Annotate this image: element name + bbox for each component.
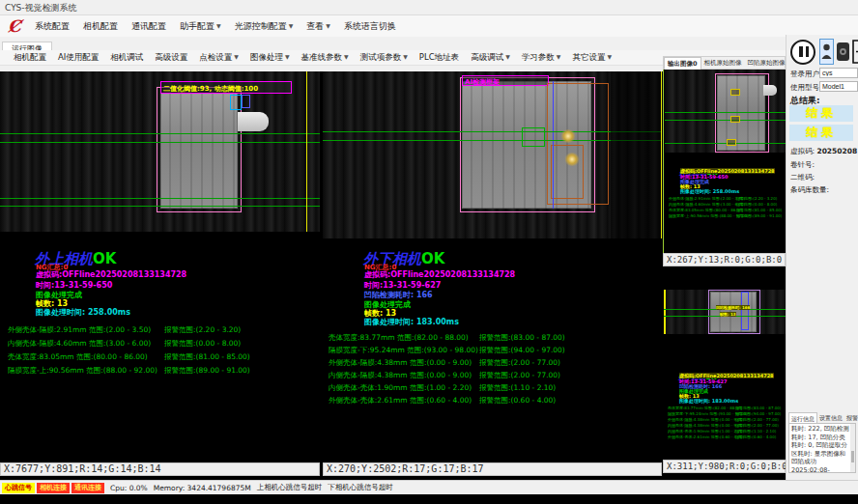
run-log[interactable]: 耗时: 222, 凹陷检测耗时: 17, 凹陷分类耗时: 0, 凹陷提取分区耗时… bbox=[788, 423, 856, 473]
mini-measurement: 壳体宽度:83.77mm 范围:(82.00 - 88.00) bbox=[668, 406, 742, 410]
result-box-upper: 结果 bbox=[789, 105, 853, 122]
mini-alarm: 报警范围:(83.00 - 87.00) bbox=[735, 406, 781, 410]
mini-alarm: 报警范围:(2.20 - 3.20) bbox=[736, 196, 777, 201]
measure-marker bbox=[727, 139, 736, 146]
defect-highlight bbox=[560, 129, 576, 143]
login-user-field[interactable] bbox=[819, 68, 858, 78]
yellow-guide-line bbox=[306, 71, 307, 232]
status-bar: 心跳信号 相机连接 通讯连接 Cpu: 0.0% Memory: 3424.41… bbox=[0, 480, 858, 494]
measurement-row: 外侧壳体-隔膜:4.38mm 范围:(0.00 - 9.00) bbox=[329, 358, 472, 368]
menu-language-switch[interactable]: 系统语言切换 bbox=[337, 15, 403, 37]
status-ok: OK bbox=[421, 250, 444, 267]
mini-proc-time: 图像处理时间: 258.00ms bbox=[680, 188, 739, 194]
defect-highlight bbox=[564, 153, 580, 166]
log-scroll-thumb[interactable] bbox=[851, 451, 854, 462]
control-panel: 登录用户: 使用型号: 总结果: 结果 结果 虚拟码: 20250208 卷针号… bbox=[786, 35, 858, 480]
tab-settings-info[interactable]: 设置信息 bbox=[817, 412, 844, 423]
alarm-range: 报警范围:(2.20 - 3.20) bbox=[164, 325, 241, 335]
tool-baseline-params[interactable]: 基准线参数▼ bbox=[296, 52, 355, 64]
tool-other-settings[interactable]: 其它设置▼ bbox=[566, 52, 617, 64]
process-time-line: 图像处理时间: 258.00ms bbox=[36, 307, 130, 318]
tab-output-image[interactable]: 输出图像0 bbox=[664, 57, 701, 70]
yellow-guide-line bbox=[664, 290, 666, 334]
roi-box-overlay bbox=[522, 127, 545, 147]
result-box-lower: 结果 bbox=[789, 125, 853, 141]
tool-test-params[interactable]: 测试项参数▼ bbox=[355, 52, 414, 64]
alarm-range: 报警范围:(0.60 - 4.00) bbox=[479, 396, 556, 406]
mini-bottom-coords-bar: X:311;Y:980;R:0;G:0;B:0 bbox=[663, 460, 786, 473]
middle-coords-bar: X:270;Y:2502;R:17;G:17;B:17 bbox=[323, 462, 662, 476]
log-scrollbar[interactable] bbox=[850, 424, 855, 472]
left-camera-panel: 二值化阈值:93, 动态阈值:100 外上相机OK NG汇总:0 虚拟码:OFF… bbox=[0, 71, 320, 462]
measurement-row: 壳体宽度:83.05mm 范围:(80.00 - 86.00) bbox=[8, 352, 148, 362]
tool-spotcheck-settings[interactable]: 点检设置▼ bbox=[193, 52, 244, 64]
mini-measurement: 外侧壳体-壳体:2.61mm 范围:(0.60 - 4.00) bbox=[668, 434, 744, 439]
baseline-overlay bbox=[0, 206, 320, 207]
tab-camera-raw-image[interactable]: 相机原始图像 bbox=[701, 57, 745, 69]
tool-learning-params[interactable]: 学习参数▼ bbox=[516, 52, 567, 64]
camera-icon bbox=[837, 42, 849, 61]
menu-system-config[interactable]: 系统配置 bbox=[28, 15, 76, 37]
measure-marker bbox=[730, 89, 740, 96]
measurement-row: 外侧壳体-隔膜:2.91mm 范围:(2.00 - 3.50) bbox=[8, 325, 151, 335]
model-label: 使用型号: bbox=[790, 83, 822, 93]
mini-bottom-image: 凹陷检测耗时: 166 帧数: 13 bbox=[664, 290, 786, 334]
chevron-down-icon: ▼ bbox=[289, 22, 294, 29]
comm-link-badge: 通讯连接 bbox=[72, 483, 104, 493]
chevron-down-icon: ▼ bbox=[344, 53, 349, 60]
left-coords-bar: X:7677;Y:891;R:14;G:14;B:14 bbox=[0, 462, 320, 476]
tool-plc-address[interactable]: PLC地址表 bbox=[414, 52, 465, 64]
tool-camera-debug[interactable]: 相机调试 bbox=[104, 52, 149, 64]
mini-overlay-text: 帧数: 13 bbox=[720, 312, 736, 317]
measurement-row: 内侧壳体-隔膜:4.60mm 范围:(3.00 - 6.00) bbox=[8, 339, 151, 349]
detection-box-overlay bbox=[715, 73, 769, 153]
tab-defect-raw-image[interactable]: 凹陷原始图像 bbox=[745, 57, 788, 69]
model-field[interactable] bbox=[819, 81, 858, 92]
left-camera-image[interactable]: 二值化阈值:93, 动态阈值:100 bbox=[0, 71, 320, 232]
baseline-overlay bbox=[0, 142, 320, 143]
menu-assistant-config[interactable]: 助手配置▼ bbox=[173, 15, 228, 37]
tool-advanced-debug[interactable]: 高级调试▼ bbox=[465, 52, 516, 64]
pause-icon bbox=[806, 46, 810, 57]
chevron-down-icon: ▼ bbox=[285, 53, 290, 60]
tab-alarm-info[interactable]: 报警信息 bbox=[844, 412, 858, 423]
camera-mode-button[interactable] bbox=[837, 42, 849, 61]
menu-camera-config[interactable]: 相机配置 bbox=[76, 15, 125, 37]
menu-light-config[interactable]: 光源控制配置▼ bbox=[228, 15, 300, 37]
alarm-range: 报警范围:(83.00 - 87.00) bbox=[479, 333, 565, 343]
mini-panel-top[interactable]: 外上相机OK 虚拟码:OFFline20250208133134728 时间:1… bbox=[663, 70, 786, 253]
roi-box-overlay bbox=[230, 95, 242, 110]
middle-camera-image[interactable]: AI检测框架 bbox=[323, 71, 662, 238]
mini-alarm: 报警范围:(81.00 - 85.00) bbox=[736, 208, 782, 212]
mini-alarm: 报警范围:(89.00 - 91.00) bbox=[736, 213, 782, 218]
tool-image-processing[interactable]: 图像处理▼ bbox=[244, 52, 296, 64]
exit-door-icon bbox=[852, 39, 858, 65]
ai-label-box: AI检测框架 bbox=[462, 75, 549, 86]
chevron-down-icon: ▼ bbox=[216, 22, 221, 29]
mini-measurement: 外侧壳体-隔膜:4.38mm 范围:(0.00 - 9.00) bbox=[668, 417, 744, 422]
operator-mode-button[interactable] bbox=[819, 39, 834, 65]
baseline-overlay bbox=[0, 198, 320, 199]
tool-camera-config[interactable]: 相机配置 bbox=[8, 52, 52, 64]
menu-comm-config[interactable]: 通讯配置 bbox=[125, 15, 173, 37]
exit-button[interactable] bbox=[852, 39, 858, 65]
mini-measurement: 内侧壳体-隔膜:4.38mm 范围:(0.00 - 9.00) bbox=[668, 423, 744, 428]
log-tabs: 运行信息 设置信息 报警信息 bbox=[788, 412, 856, 423]
reel-number-label: 卷针号: bbox=[790, 160, 815, 170]
side-image-tabs: 输出图像0 相机原始图像 凹陷原始图像 bbox=[663, 56, 786, 70]
tool-ai-config[interactable]: AI使用配置 bbox=[52, 52, 104, 64]
alarm-range: 报警范围:(94.00 - 97.00) bbox=[479, 346, 565, 355]
window-title: CYS-视觉检测系统 bbox=[5, 3, 77, 13]
mini-top-image bbox=[665, 70, 786, 153]
mini-measurement: 内侧壳体-壳体:1.90mm 范围:(1.00 - 2.20) bbox=[668, 429, 744, 434]
memory-usage: Memory: 3424.41796875M bbox=[154, 484, 251, 492]
mini-panel-bottom[interactable]: 凹陷检测耗时: 166 帧数: 13 外下相机OK 虚拟码:OFFline202… bbox=[663, 266, 786, 460]
user-icon bbox=[820, 40, 833, 64]
virtual-code-label: 虚拟码: 20250208 bbox=[790, 147, 857, 156]
pause-button[interactable] bbox=[790, 40, 815, 65]
tool-advanced-settings[interactable]: 高级设置 bbox=[149, 52, 193, 64]
measurement-row: 壳体宽度:83.77mm 范围:(82.00 - 88.00) bbox=[329, 333, 469, 343]
login-user-label: 登录用户: bbox=[790, 70, 822, 79]
menu-view[interactable]: 查看▼ bbox=[300, 15, 337, 37]
chevron-down-icon: ▼ bbox=[557, 53, 561, 60]
